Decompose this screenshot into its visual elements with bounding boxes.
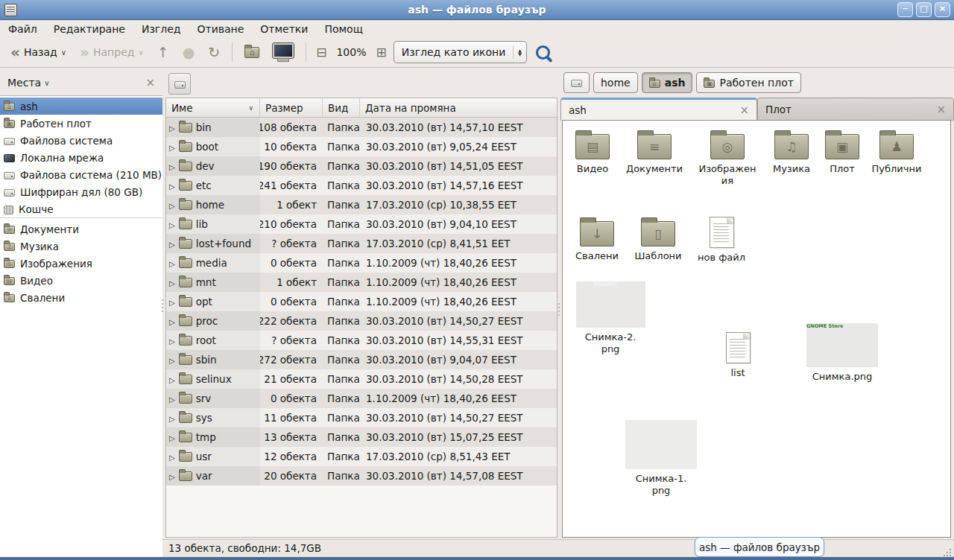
icon-view-item[interactable]: Снимка.png <box>803 323 881 383</box>
tree-row[interactable]: selinux 21 обекта Папка 30.03.2010 (вт) … <box>166 369 557 389</box>
expander-icon[interactable] <box>169 238 175 249</box>
expander-icon[interactable] <box>169 296 175 308</box>
breadcrumb-button[interactable]: ash <box>642 72 693 93</box>
tree-row[interactable]: lost+found ? обекта Папка 17.03.2010 (ср… <box>166 234 557 253</box>
tree-row[interactable]: media 0 обекта Папка 1.10.2009 (чт) 18,4… <box>166 253 557 273</box>
computer-button[interactable] <box>268 43 298 61</box>
breadcrumb-button[interactable]: Работен плот <box>696 72 800 93</box>
combo-spin-icon[interactable]: ▲▼ <box>513 45 522 59</box>
breadcrumb-button[interactable]: home <box>593 72 638 93</box>
tree-row[interactable]: boot 10 обекта Папка 30.03.2010 (вт) 9,0… <box>166 137 557 156</box>
expander-icon[interactable] <box>169 373 175 385</box>
icon-view-item[interactable]: Публични <box>867 128 926 175</box>
sidebar-item[interactable]: Изображения <box>0 255 162 272</box>
zoom-in-button[interactable]: ⊞ <box>373 45 388 60</box>
expander-icon[interactable] <box>169 354 175 366</box>
sidebar-item[interactable]: Файлова система <box>0 132 162 149</box>
icon-view-item[interactable]: list <box>708 331 768 379</box>
icon-view-item[interactable]: нов файл <box>692 215 751 264</box>
stop-button[interactable]: ● <box>178 42 200 62</box>
tab-close-icon[interactable]: × <box>739 104 749 117</box>
pane-splitter[interactable] <box>557 294 560 324</box>
sidebar-close-icon[interactable]: × <box>145 76 155 89</box>
sidebar-item[interactable]: Видео <box>0 272 162 289</box>
expander-icon[interactable] <box>169 121 175 133</box>
menu-item[interactable]: Файл <box>0 22 45 36</box>
home-button[interactable] <box>240 44 264 61</box>
expander-icon[interactable] <box>169 334 175 346</box>
tree-row[interactable]: etc 241 обекта Папка 30.03.2010 (вт) 14,… <box>166 176 557 195</box>
sidebar-item[interactable]: ash <box>0 98 162 115</box>
icon-view-item[interactable]: Изображен ия <box>698 128 757 187</box>
menu-item[interactable]: Помощ <box>316 22 370 36</box>
column-header-name[interactable]: Име ∨ <box>166 98 260 117</box>
sidebar-item[interactable]: Документи <box>0 220 162 238</box>
sidebar-item[interactable]: Кошче <box>0 200 162 218</box>
icon-view-item[interactable]: Свалени <box>567 215 627 262</box>
menu-item[interactable]: Редактиране <box>45 22 133 36</box>
zoom-out-button[interactable]: ⊟ <box>314 45 329 60</box>
icon-view-item[interactable]: Документи <box>625 128 684 175</box>
sidebar-item[interactable]: Музика <box>0 238 162 255</box>
sidebar-title[interactable]: Места <box>7 77 41 89</box>
tree-row[interactable]: proc 222 обекта Папка 30.03.2010 (вт) 14… <box>166 311 557 331</box>
expander-icon[interactable] <box>169 431 175 443</box>
tree-row[interactable]: var 20 обекта Папка 30.03.2010 (вт) 14,5… <box>166 466 557 486</box>
expander-icon[interactable] <box>169 199 175 211</box>
tree-row[interactable]: lib 210 обекта Папка 30.03.2010 (вт) 9,0… <box>166 214 557 234</box>
icon-view-item[interactable]: Шаблони <box>628 215 688 262</box>
tree-row[interactable]: srv 0 обекта Папка 1.10.2009 (чт) 18,40,… <box>166 389 557 408</box>
menu-item[interactable]: Отметки <box>252 22 316 36</box>
breadcrumb-button[interactable] <box>563 72 590 93</box>
tab[interactable]: Плот × <box>757 98 954 121</box>
sidebar-item[interactable]: Шифриран дял (80 GB) <box>0 183 162 200</box>
column-header-size[interactable]: Размер <box>260 98 323 117</box>
expander-icon[interactable] <box>169 412 175 424</box>
tree-row[interactable]: home 1 обект Папка 17.03.2010 (ср) 10,38… <box>166 195 557 214</box>
tree-root-button[interactable] <box>168 73 191 95</box>
tree-row[interactable]: tmp 13 обекта Папка 30.03.2010 (вт) 15,0… <box>166 427 557 447</box>
expander-icon[interactable] <box>169 257 175 269</box>
tree-row[interactable]: bin 108 обекта Папка 30.03.2010 (вт) 14,… <box>166 118 557 137</box>
tree-row[interactable]: dev 190 обекта Папка 30.03.2010 (вт) 14,… <box>166 156 557 176</box>
tree-row[interactable]: sys 11 обекта Папка 30.03.2010 (вт) 14,5… <box>166 408 557 427</box>
expander-icon[interactable] <box>169 392 175 404</box>
tree-row[interactable]: usr 12 обекта Папка 17.03.2010 (ср) 8,51… <box>166 447 557 466</box>
expander-icon[interactable] <box>169 160 175 172</box>
tab-close-icon[interactable]: × <box>936 103 946 116</box>
expander-icon[interactable] <box>169 141 175 153</box>
maximize-button[interactable]: □ <box>916 2 932 17</box>
menu-item[interactable]: Отиване <box>189 22 252 36</box>
expander-icon[interactable] <box>169 470 175 482</box>
up-button[interactable]: ↑ <box>153 42 174 62</box>
tab[interactable]: ash × <box>560 98 757 121</box>
back-dropdown-icon[interactable]: ∨ <box>61 48 66 57</box>
expander-icon[interactable] <box>169 451 175 462</box>
expander-icon[interactable] <box>169 218 175 230</box>
icon-view-item[interactable]: Видео <box>563 128 622 175</box>
expander-icon[interactable] <box>169 276 175 288</box>
pane-splitter[interactable] <box>161 290 164 320</box>
column-header-date[interactable]: Дата на промяна <box>360 98 557 117</box>
tree-row[interactable]: root ? обекта Папка 30.03.2010 (вт) 14,5… <box>166 331 557 350</box>
resize-grip[interactable] <box>943 548 952 557</box>
icon-view-item[interactable]: Снимка-1. png <box>622 420 700 497</box>
back-button[interactable]: « Назад ∨ <box>6 43 71 61</box>
search-icon[interactable] <box>536 45 550 60</box>
icon-view-item[interactable]: Плот <box>812 128 872 175</box>
minimize-button[interactable]: ─ <box>897 2 913 17</box>
sidebar-item[interactable]: Локална мрежа <box>0 149 162 166</box>
tree-row[interactable]: opt 0 обекта Папка 1.10.2009 (чт) 18,40,… <box>166 292 557 311</box>
tree-row[interactable]: mnt 1 обект Папка 1.10.2009 (чт) 18,40,2… <box>166 273 557 292</box>
sidebar-item[interactable]: Файлова система (210 MB) <box>0 166 162 183</box>
view-mode-select[interactable]: Изглед като икони ▲▼ <box>394 41 527 63</box>
expander-icon[interactable] <box>169 315 175 327</box>
sidebar-item[interactable]: Свалени <box>0 289 162 306</box>
reload-button[interactable]: ↻ <box>203 42 224 62</box>
forward-button[interactable]: » Напред ∨ <box>75 43 148 61</box>
sidebar-dropdown-icon[interactable]: ∨ <box>44 79 49 87</box>
tree-row[interactable]: sbin 272 обекта Папка 30.03.2010 (вт) 9,… <box>166 350 557 369</box>
icon-view-item[interactable]: Снимка-2. png <box>573 281 648 355</box>
column-header-type[interactable]: Вид <box>323 98 360 117</box>
expander-icon[interactable] <box>169 179 175 191</box>
